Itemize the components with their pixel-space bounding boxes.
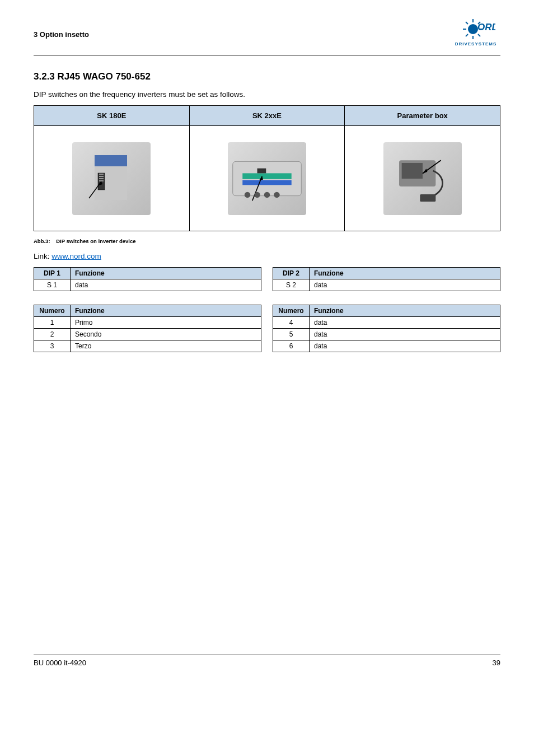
num-col-header: Numero	[34, 305, 71, 317]
dip1-table: DIP 1 Funzione S 1 data	[34, 267, 261, 291]
device-image-table: SK 180E SK 2xxE Parameter box	[34, 105, 500, 231]
table-cell: S 1	[34, 279, 71, 291]
svg-rect-21	[242, 180, 292, 185]
image-table-header: SK 2xxE	[189, 106, 345, 126]
svg-point-26	[264, 192, 270, 198]
dip2-table: DIP 2 Funzione S 2 data	[273, 267, 500, 291]
table-cell: data	[310, 317, 500, 329]
svg-point-0	[468, 24, 478, 34]
image-table-header: Parameter box	[345, 106, 500, 126]
num-col-header: Numero	[273, 305, 310, 317]
svg-text:ORD: ORD	[477, 22, 495, 32]
image-table-header: SK 180E	[34, 106, 190, 126]
svg-line-7	[466, 34, 468, 36]
table-cell: data	[310, 329, 500, 340]
svg-rect-10	[95, 155, 127, 166]
page-footer: BU 0000 it-4920 39	[34, 655, 500, 667]
numero-tables-row: Numero Funzione 1 Primo 2 Secondo 3 Terz…	[34, 305, 500, 352]
page-header-title: 3 Option insetto	[34, 30, 89, 39]
dip2-col-header: Funzione	[310, 268, 500, 279]
nord-website-link[interactable]: www.nord.com	[51, 252, 101, 260]
table-cell: data	[71, 279, 261, 291]
footer-doc-id: BU 0000 it-4920	[34, 659, 86, 667]
svg-point-24	[245, 192, 251, 198]
svg-line-5	[466, 22, 468, 24]
device-image-parameterbox	[383, 142, 462, 215]
header-rule	[34, 55, 500, 55]
figure-caption: Abb.3: DIP switches on inverter device	[34, 238, 500, 244]
intro-paragraph: DIP switches on the frequency inverters …	[34, 90, 500, 99]
numero-right-table: Numero Funzione 4 data 5 data 6 data	[273, 305, 500, 352]
table-cell: 5	[273, 329, 310, 340]
link-label: Link:	[34, 252, 50, 260]
svg-rect-29	[401, 163, 422, 179]
table-cell: 2	[34, 329, 71, 340]
svg-rect-30	[420, 194, 435, 202]
num-col-header: Funzione	[71, 305, 261, 317]
dip1-col-header: Funzione	[71, 268, 261, 279]
logo-subtext: DRIVESYSTEMS	[455, 41, 497, 46]
dip-tables-row: DIP 1 Funzione S 1 data DIP 2 Funzione S…	[34, 267, 500, 291]
table-cell: 3	[34, 340, 71, 352]
table-cell: S 2	[273, 279, 310, 291]
table-cell: 6	[273, 340, 310, 352]
table-cell: Secondo	[71, 329, 261, 340]
table-cell: Primo	[71, 317, 261, 329]
svg-point-25	[254, 192, 260, 198]
table-cell: 4	[273, 317, 310, 329]
table-cell: Terzo	[71, 340, 261, 352]
table-cell: 1	[34, 317, 71, 329]
svg-line-6	[478, 34, 480, 36]
svg-rect-20	[242, 173, 292, 179]
dip2-col-header: DIP 2	[273, 268, 310, 279]
numero-left-table: Numero Funzione 1 Primo 2 Secondo 3 Terz…	[34, 305, 261, 352]
table-cell: data	[310, 279, 500, 291]
device-image-sk2xxe	[228, 142, 306, 215]
dip1-col-header: DIP 1	[34, 268, 71, 279]
num-col-header: Funzione	[310, 305, 500, 317]
brand-logo: ORD DRIVESYSTEMS	[451, 17, 500, 52]
table-cell: data	[310, 340, 500, 352]
figure-text: DIP switches on inverter device	[56, 238, 135, 244]
link-line: Link: www.nord.com	[34, 252, 500, 260]
figure-label: Abb.3:	[34, 238, 50, 244]
footer-page-number: 39	[493, 659, 500, 667]
section-heading: 3.2.3 RJ45 WAGO 750-652	[34, 71, 500, 82]
device-image-sk180e	[72, 142, 151, 215]
svg-point-27	[274, 192, 280, 198]
svg-rect-22	[257, 168, 266, 173]
